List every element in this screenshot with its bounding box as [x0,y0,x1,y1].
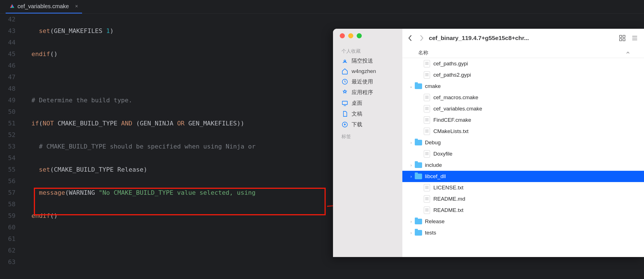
chevron-right-icon[interactable]: › [407,174,415,179]
list-view-button[interactable] [631,34,638,42]
file-name: FindCEF.cmake [433,117,471,123]
file-icon [423,128,431,135]
folder-icon [415,161,422,169]
finder-toolbar: cef_binary_119.4.7+g55e15c8+chr... [402,29,644,47]
svg-rect-7 [623,39,625,41]
folder-icon [415,218,422,225]
file-name: include [425,162,442,168]
file-row[interactable]: ⌄cmake [402,81,644,92]
finder-column-header[interactable]: 名称 [402,47,644,58]
file-icon [423,150,431,158]
icon-view-button[interactable] [619,34,626,42]
file-row[interactable]: cef_macros.cmake [402,92,644,103]
file-name: LICENSE.txt [433,185,464,191]
line-gutter: 42 43 44 45 46 47 48 49 50 51 52 53 54 5… [0,14,24,279]
svg-rect-6 [619,39,622,41]
finder-nav [408,35,424,41]
file-row[interactable]: ›Release [402,216,644,227]
tab-filename: cef_variables.cmake [17,3,69,10]
editor-tab[interactable]: cef_variables.cmake × [6,0,82,14]
file-name: CMakeLists.txt [433,128,469,134]
file-name: libcef_dll [425,173,446,180]
documents-icon [341,110,348,117]
file-icon [423,60,431,67]
file-icon [423,195,431,203]
sidebar-item-documents[interactable]: 文稿 [333,108,402,119]
svg-rect-5 [623,35,625,37]
file-icon [423,94,431,101]
window-zoom-button[interactable] [357,33,362,38]
chevron-right-icon[interactable]: › [407,140,415,145]
chevron-right-icon[interactable]: › [407,163,415,167]
svg-rect-2 [342,101,347,105]
chevron-down-icon[interactable]: ⌄ [407,84,415,88]
window-minimize-button[interactable] [348,33,353,38]
file-name: README.md [433,196,465,202]
sidebar-item-airdrop[interactable]: 隔空投送 [333,56,402,66]
cmake-file-icon [10,4,15,9]
column-name-label: 名称 [418,49,428,56]
file-name: cef_paths2.gypi [433,72,471,78]
file-name: Doxyfile [433,151,453,157]
finder-window: 个人收藏 隔空投送 w4ngzhen 最近使用 应用程序 桌面 文稿 下载 [333,29,644,257]
file-name: cmake [425,83,441,89]
finder-sidebar: 个人收藏 隔空投送 w4ngzhen 最近使用 应用程序 桌面 文稿 下载 [333,29,402,257]
folder-icon [415,229,422,236]
sidebar-item-recents[interactable]: 最近使用 [333,76,402,87]
file-row[interactable]: ›tests [402,227,644,238]
file-name: cef_macros.cmake [433,94,478,101]
download-icon [341,121,348,128]
file-row[interactable]: ›include [402,160,644,171]
chevron-right-icon[interactable]: › [407,219,415,224]
file-row[interactable]: CMakeLists.txt [402,126,644,137]
file-row[interactable]: cef_paths2.gypi [402,69,644,81]
file-row[interactable]: Doxyfile [402,148,644,160]
chevron-right-icon[interactable]: › [407,231,415,235]
finder-file-list: cef_paths.gypicef_paths2.gypi⌄cmakecef_m… [402,58,644,257]
folder-icon [415,83,422,90]
finder-title: cef_binary_119.4.7+g55e15c8+chr... [429,35,614,41]
file-row[interactable]: cef_variables.cmake [402,103,644,114]
file-name: README.txt [433,207,464,213]
file-row[interactable]: FindCEF.cmake [402,114,644,126]
sort-indicator-icon [626,51,630,55]
sidebar-item-applications[interactable]: 应用程序 [333,87,402,98]
file-row[interactable]: README.txt [402,205,644,216]
file-row[interactable]: ›Debug [402,137,644,148]
file-row[interactable]: cef_paths.gypi [402,58,644,69]
file-name: cef_variables.cmake [433,106,482,112]
clock-icon [341,78,348,85]
back-button[interactable] [408,35,413,41]
file-row[interactable]: README.md [402,193,644,205]
tab-close-icon[interactable]: × [75,3,78,9]
file-icon [423,207,431,214]
file-row[interactable]: LICENSE.txt [402,182,644,193]
file-name: tests [425,230,436,236]
file-icon [423,105,431,112]
file-row[interactable]: ›libcef_dll [402,171,644,182]
finder-main: cef_binary_119.4.7+g55e15c8+chr... 名称 ce… [402,29,644,257]
sidebar-item-home[interactable]: w4ngzhen [333,66,402,76]
folder-icon [415,173,422,180]
file-name: cef_paths.gypi [433,61,468,67]
sidebar-section-tags: 标签 [333,130,402,141]
airdrop-icon [341,57,348,64]
file-icon [423,71,431,79]
sidebar-section-favorites: 个人收藏 [333,45,402,56]
home-icon [341,68,348,75]
apps-icon [341,89,348,96]
svg-rect-4 [619,35,622,37]
window-controls [333,33,402,45]
folder-icon [415,139,422,146]
forward-button[interactable] [419,35,424,41]
desktop-icon [341,100,348,107]
file-name: Release [425,218,445,225]
file-name: Debug [425,140,441,146]
editor-tabbar: cef_variables.cmake × [0,0,644,14]
sidebar-item-downloads[interactable]: 下载 [333,119,402,130]
file-icon [423,184,431,191]
file-icon [423,116,431,124]
window-close-button[interactable] [340,33,345,38]
sidebar-item-desktop[interactable]: 桌面 [333,98,402,108]
